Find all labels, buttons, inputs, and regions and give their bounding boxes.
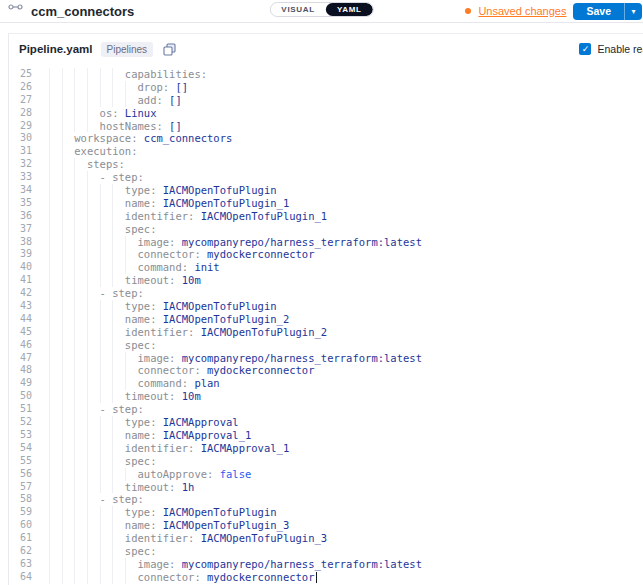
yaml-toggle-button[interactable]: YAML [326, 3, 373, 16]
indent-guide [49, 68, 62, 81]
indent-guide [87, 326, 100, 339]
line-number: 39 [9, 248, 49, 261]
line-number: 42 [9, 287, 49, 300]
indent-guide [74, 248, 87, 261]
indent-guide [62, 416, 75, 429]
code-line[interactable]: 58- step: [9, 493, 643, 506]
code-line[interactable]: 39connector: mydockerconnector [9, 248, 643, 261]
indent-guide [62, 236, 75, 249]
visual-toggle-button[interactable]: VISUAL [270, 3, 326, 16]
code-line[interactable]: 31execution: [9, 145, 643, 158]
indent-guide [49, 519, 62, 532]
line-number: 31 [9, 145, 49, 158]
code-line[interactable]: 51- step: [9, 403, 643, 416]
code-text: identifier: IACMApproval_1 [49, 442, 289, 455]
code-line[interactable]: 38image: mycompanyrepo/harness_terraform… [9, 236, 643, 249]
indent-guide [112, 455, 125, 468]
line-number: 56 [9, 468, 49, 481]
code-line[interactable]: 35name: IACMOpenTofuPlugin_1 [9, 197, 643, 210]
indent-guide [49, 558, 62, 571]
code-line[interactable]: 45identifier: IACMOpenTofuPlugin_2 [9, 326, 643, 339]
code-line[interactable]: 43type: IACMOpenTofuPlugin [9, 300, 643, 313]
code-text: spec: [49, 455, 156, 468]
indent-guide [112, 274, 125, 287]
indent-guide [112, 197, 125, 210]
indent-guide [87, 197, 100, 210]
indent-guide [100, 326, 113, 339]
code-line[interactable]: 57timeout: 1h [9, 481, 643, 494]
indent-guide [62, 455, 75, 468]
code-text: connector: mydockerconnector [49, 364, 315, 377]
code-line[interactable]: 26drop: [] [9, 81, 643, 94]
indent-guide [49, 390, 62, 403]
code-line[interactable]: 49command: plan [9, 377, 643, 390]
code-line[interactable]: 59type: IACMOpenTofuPlugin [9, 506, 643, 519]
code-line[interactable]: 47image: mycompanyrepo/harness_terraform… [9, 352, 643, 365]
indent-guide [87, 442, 100, 455]
code-line[interactable]: 48connector: mydockerconnector [9, 364, 643, 377]
indent-guide [87, 364, 100, 377]
code-line[interactable]: 56autoApprove: false [9, 468, 643, 481]
indent-guide [62, 506, 75, 519]
code-line[interactable]: 41timeout: 10m [9, 274, 643, 287]
indent-guide [125, 248, 138, 261]
copy-icon[interactable] [163, 43, 176, 56]
code-line[interactable]: 53name: IACMApproval_1 [9, 429, 643, 442]
code-line[interactable]: 62spec: [9, 545, 643, 558]
code-text: image: mycompanyrepo/harness_terraform:l… [49, 352, 422, 365]
save-button[interactable]: Save [573, 3, 624, 20]
indent-guide [74, 81, 87, 94]
code-line[interactable]: 27add: [] [9, 94, 643, 107]
code-line[interactable]: 61identifier: IACMOpenTofuPlugin_3 [9, 532, 643, 545]
code-line[interactable]: 64connector: mydockerconnector [9, 571, 643, 584]
app-root: ccm_connectors VISUAL YAML Unsaved chang… [0, 0, 643, 585]
unsaved-changes-link[interactable]: Unsaved changes [478, 5, 566, 17]
code-line[interactable]: 63image: mycompanyrepo/harness_terraform… [9, 558, 643, 571]
indent-guide [125, 558, 138, 571]
indent-guide [62, 158, 75, 171]
line-number: 26 [9, 81, 49, 94]
code-line[interactable]: 60name: IACMOpenTofuPlugin_3 [9, 519, 643, 532]
indent-guide [49, 210, 62, 223]
line-number: 49 [9, 377, 49, 390]
code-line[interactable]: 37spec: [9, 223, 643, 236]
indent-guide [74, 68, 87, 81]
code-line[interactable]: 42- step: [9, 287, 643, 300]
indent-guide [74, 364, 87, 377]
indent-guide [87, 171, 100, 184]
code-line[interactable]: 44name: IACMOpenTofuPlugin_2 [9, 313, 643, 326]
code-line[interactable]: 55spec: [9, 455, 643, 468]
save-dropdown-button[interactable]: ▾ [624, 3, 642, 20]
code-line[interactable]: 54identifier: IACMApproval_1 [9, 442, 643, 455]
indent-guide [87, 223, 100, 236]
indent-guide [49, 352, 62, 365]
code-line[interactable]: 40command: init [9, 261, 643, 274]
line-number: 44 [9, 313, 49, 326]
code-line[interactable]: 34type: IACMOpenTofuPlugin [9, 184, 643, 197]
code-line[interactable]: 25capabilities: [9, 68, 643, 81]
indent-guide [87, 545, 100, 558]
code-line[interactable]: 36identifier: IACMOpenTofuPlugin_1 [9, 210, 643, 223]
code-line[interactable]: 33- step: [9, 171, 643, 184]
indent-guide [112, 442, 125, 455]
code-line[interactable]: 29hostNames: [] [9, 120, 643, 133]
code-line[interactable]: 30workspace: ccm_connectors [9, 132, 643, 145]
indent-guide [62, 94, 75, 107]
code-line[interactable]: 46spec: [9, 339, 643, 352]
indent-guide [74, 287, 87, 300]
yaml-editor[interactable]: 25capabilities:26drop: []27add: []28os: … [9, 64, 643, 584]
indent-guide [62, 184, 75, 197]
enable-read-checkbox[interactable]: ✓ [579, 43, 591, 55]
code-line[interactable]: 32steps: [9, 158, 643, 171]
code-line[interactable]: 28os: Linux [9, 107, 643, 120]
enable-read-label: Enable read/ [597, 43, 643, 55]
indent-guide [125, 377, 138, 390]
indent-guide [62, 223, 75, 236]
indent-guide [49, 171, 62, 184]
code-line[interactable]: 52type: IACMApproval [9, 416, 643, 429]
code-text: timeout: 10m [49, 390, 201, 403]
indent-guide [87, 210, 100, 223]
code-text: - step: [49, 171, 144, 184]
indent-guide [49, 506, 62, 519]
code-line[interactable]: 50timeout: 10m [9, 390, 643, 403]
